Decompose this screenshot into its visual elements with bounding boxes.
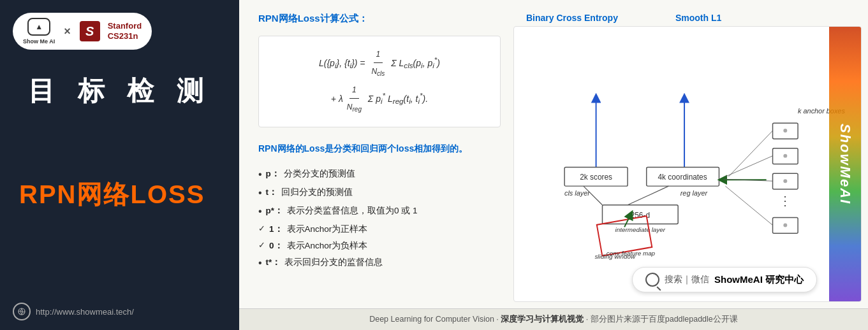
main-content: RPN网络Loss计算公式： L({pi}, {ti}) = 1Ncls Σ L… [239, 0, 868, 330]
rpn-suffix: LOSS [130, 180, 205, 208]
stanford-block: S Stanford CS231n [80, 21, 142, 41]
rpn-diagram-svg: 2k scores 4k coordinates cls layer reg l… [514, 27, 861, 301]
svg-text:cls layer: cls layer [564, 189, 590, 197]
logo-area: Show Me AI × S Stanford CS231n [13, 13, 152, 50]
footer: Deep Learning for Computer Vision · 深度学习… [239, 308, 868, 330]
diagram-section: Binary Cross Entropy Smooth L1 [513, 13, 862, 302]
website-url: http://www.showmeai.tech/ [36, 307, 134, 317]
cross-symbol: × [64, 25, 71, 38]
search-icon [645, 273, 659, 287]
rpn-loss-title: RPN网络LOSS [13, 177, 205, 212]
svg-text:reg layer: reg layer [680, 189, 708, 197]
search-bar[interactable]: 搜索｜微信 ShowMeAI 研究中心 [632, 267, 817, 292]
svg-point-28 [783, 223, 787, 227]
sidebar: Show Me AI × S Stanford CS231n 目 标 检 测 R… [0, 0, 239, 330]
rpn-prefix: RPN网络 [19, 180, 130, 208]
formula-content: L({pi}, {ti}) = 1Ncls Σ Lcls(pi, pi*) + … [272, 46, 487, 117]
footer-text-suffix: · 部分图片来源于百度paddlepaddle公开课 [584, 315, 738, 324]
svg-text:⋮: ⋮ [779, 194, 791, 208]
bullet-t: t：回归分支的预测值 [258, 186, 501, 201]
svg-text:conv feature map: conv feature map [607, 250, 656, 257]
bullet-list: p：分类分支的预测值 t：回归分支的预测值 p*：表示分类监督信息，取值为0 或… [258, 168, 501, 271]
logo-text: Show Me AI [23, 38, 55, 45]
label-smooth-l1: Smooth L1 [675, 13, 721, 23]
stanford-course: CS231n [108, 31, 142, 41]
svg-point-21 [783, 129, 787, 133]
main-title-section: 目 标 检 测 [13, 75, 226, 107]
svg-point-23 [783, 154, 787, 158]
svg-rect-0 [514, 69, 861, 259]
bullet-pstar: p*：表示分类监督信息，取值为0 或 1 [258, 204, 501, 219]
diagram-labels: Binary Cross Entropy Smooth L1 [526, 13, 862, 23]
formula-line1: L({pi}, {ti}) = 1Ncls Σ Lcls(pi, pi*) [272, 46, 487, 82]
diagram-image-area: 2k scores 4k coordinates cls layer reg l… [513, 26, 862, 302]
footer-text-plain: Deep Learning for Computer Vision · [369, 315, 501, 324]
stanford-s-icon: S [80, 21, 100, 41]
website-link[interactable]: http://www.showmeai.tech/ [13, 303, 134, 320]
formula-section: RPN网络Loss计算公式： L({pi}, {ti}) = 1Ncls Σ L… [258, 13, 501, 302]
formula-line2: + λ1Nreg Σ pi* Lreg(ti, ti*). [272, 82, 487, 117]
content-body: RPN网络Loss计算公式： L({pi}, {ti}) = 1Ncls Σ L… [239, 0, 868, 308]
watermark: ShowMeAI [829, 27, 861, 301]
bullet-check-1: 1：表示Anchor为正样本 [258, 223, 501, 236]
formula-title: RPN网络Loss计算公式： [258, 13, 501, 25]
label-binary-cross-entropy: Binary Cross Entropy [526, 13, 618, 23]
search-separator: 搜索｜微信 [665, 274, 709, 285]
logo-icon [27, 18, 50, 36]
rpn-loss-desc: RPN网络的Loss是分类和回归两个loss相加得到的。 [258, 143, 501, 155]
show-me-ai-logo: Show Me AI [23, 18, 55, 45]
formula-box: L({pi}, {ti}) = 1Ncls Σ Lcls(pi, pi*) + … [258, 36, 501, 127]
bullet-tstar: t*：表示回归分支的监督信息 [258, 256, 501, 271]
footer-text-bold: 深度学习与计算机视觉 [501, 315, 584, 324]
main-title: 目 标 检 测 [13, 75, 226, 107]
svg-text:4k coordinates: 4k coordinates [658, 173, 707, 182]
stanford-name: Stanford [108, 21, 142, 31]
link-icon [13, 303, 31, 320]
bullet-p: p：分类分支的预测值 [258, 168, 501, 182]
search-brand: ShowMeAI 研究中心 [714, 274, 804, 286]
svg-text:2k scores: 2k scores [580, 173, 612, 182]
svg-point-25 [783, 179, 787, 183]
stanford-text: Stanford CS231n [108, 21, 142, 41]
svg-text:intermediate layer: intermediate layer [615, 226, 666, 233]
bullet-check-0: 0：表示Anchor为负样本 [258, 240, 501, 252]
